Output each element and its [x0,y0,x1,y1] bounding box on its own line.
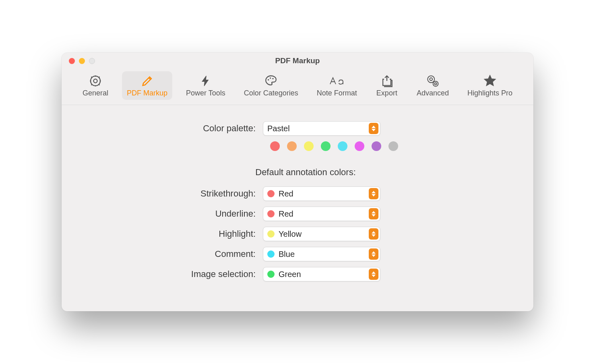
row-underline: Underline: Red [78,207,517,221]
label-underline: Underline: [78,209,263,219]
select-color-palette[interactable]: Pastel [263,121,380,136]
chevron-updown-icon [369,248,378,260]
chevron-updown-icon [369,123,378,134]
swatch-purple[interactable] [372,141,381,151]
select-value: Green [279,270,369,279]
svg-point-1 [91,76,100,86]
close-window-button[interactable] [69,58,75,64]
zoom-window-button[interactable] [89,58,95,64]
label-strikethrough: Strikethrough: [78,188,263,199]
chevron-updown-icon [369,208,378,219]
tab-export[interactable]: Export [371,71,403,100]
color-dot [267,271,275,278]
window-title: PDF Markup [62,56,533,65]
tab-label: Power Tools [186,89,225,97]
chevron-updown-icon [369,269,378,280]
svg-point-7 [434,83,436,85]
color-dot [267,190,275,197]
tab-label: Color Categories [244,89,298,97]
svg-point-2 [268,79,269,80]
swatch-grey[interactable] [388,141,398,151]
select-value: Red [279,189,369,199]
select-value: Blue [279,250,369,259]
select-image-selection[interactable]: Green [263,267,380,281]
pencil-icon [140,74,154,88]
chevron-updown-icon [369,228,378,240]
swatch-pink[interactable] [355,141,364,151]
select-comment[interactable]: Blue [263,247,380,261]
row-comment: Comment: Blue [78,247,517,261]
color-dot [267,230,275,238]
tab-color-categories[interactable]: Color Categories [239,71,303,100]
svg-point-3 [270,77,271,79]
export-icon [380,74,394,88]
swatch-blue[interactable] [338,141,347,151]
text-format-icon [328,74,346,88]
select-value: Red [279,209,369,219]
svg-point-4 [273,78,274,79]
label-image-selection: Image selection: [78,269,263,279]
palette-icon [263,74,279,88]
color-dot [267,250,275,258]
tab-label: General [83,89,108,97]
tab-note-format[interactable]: Note Format [312,71,362,100]
gears-icon [425,74,441,88]
palette-swatches [78,141,517,151]
label-color-palette: Color palette: [78,123,263,134]
tab-highlights-pro[interactable]: Highlights Pro [463,71,517,100]
chevron-updown-icon [369,188,378,199]
select-value: Yellow [279,230,369,239]
swatch-green[interactable] [321,141,331,151]
tab-label: PDF Markup [127,89,167,97]
svg-point-5 [430,78,432,81]
swatch-orange[interactable] [287,141,297,151]
tab-label: Highlights Pro [467,89,512,97]
tab-general[interactable]: General [78,71,113,100]
select-strikethrough[interactable]: Red [263,186,380,201]
star-icon [483,74,497,88]
gear-icon [89,74,102,88]
row-strikethrough: Strikethrough: Red [78,186,517,201]
tab-advanced[interactable]: Advanced [412,71,454,100]
preferences-toolbar: General PDF Markup Power Tools [62,69,533,105]
select-underline[interactable]: Red [263,207,380,221]
window-controls [62,58,95,64]
bolt-icon [200,74,212,88]
minimize-window-button[interactable] [79,58,85,64]
select-highlight[interactable]: Yellow [263,227,380,241]
tab-power-tools[interactable]: Power Tools [181,71,230,100]
heading-default-colors: Default annotation colors: [78,167,517,178]
row-image-selection: Image selection: Green [78,267,517,281]
svg-point-8 [433,81,438,87]
titlebar: PDF Markup [62,53,533,69]
row-highlight: Highlight: Yellow [78,227,517,241]
tab-label: Note Format [317,89,357,97]
content-area: Color palette: Pastel Default annotation… [62,105,533,311]
select-value: Pastel [267,124,369,133]
row-color-palette: Color palette: Pastel [78,121,517,136]
tab-label: Export [376,89,397,97]
label-comment: Comment: [78,249,263,259]
swatch-red[interactable] [270,141,280,151]
preferences-window: PDF Markup General PDF Markup [62,53,533,311]
tab-label: Advanced [417,89,449,97]
tab-pdf-markup[interactable]: PDF Markup [122,71,172,100]
color-dot [267,210,275,217]
svg-point-6 [428,76,434,83]
swatch-yellow[interactable] [304,141,314,151]
svg-point-0 [93,79,97,83]
label-highlight: Highlight: [78,229,263,239]
